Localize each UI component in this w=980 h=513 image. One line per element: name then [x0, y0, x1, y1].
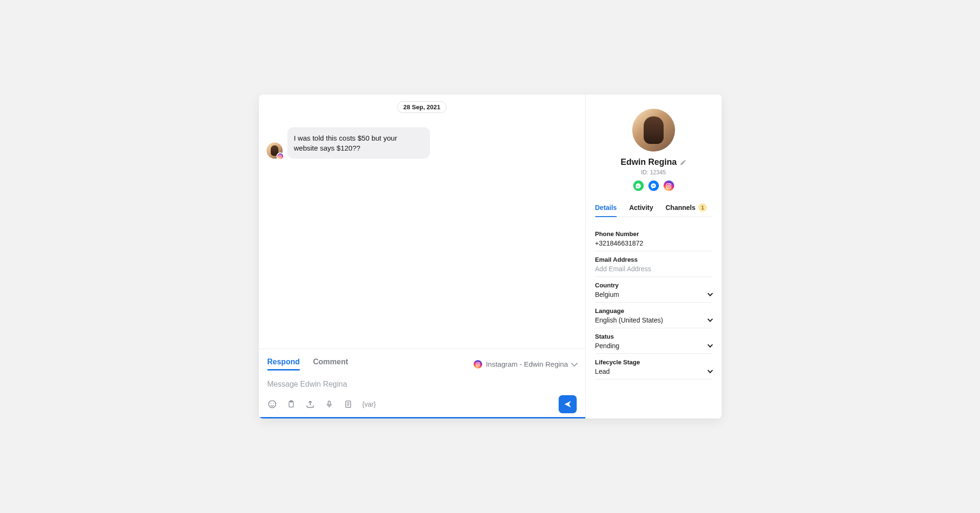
clipboard-icon[interactable] [286, 399, 296, 409]
message-bubble: I was told this costs $50 but your websi… [287, 127, 430, 159]
svg-point-1 [279, 156, 281, 157]
sender-avatar[interactable] [266, 142, 283, 159]
field-lifecycle[interactable]: Lifecycle Stage Lead [595, 354, 712, 380]
message-row: I was told this costs $50 but your websi… [266, 127, 578, 159]
tab-channels-label: Channels [666, 204, 695, 211]
date-separator: 28 Sep, 2021 [397, 101, 447, 113]
profile-tabs: Details Activity Channels 1 [595, 203, 712, 217]
message-input[interactable] [267, 379, 577, 395]
svg-point-15 [670, 184, 670, 184]
field-language[interactable]: Language English (United States) [595, 303, 712, 328]
channel-label: Instagram - Edwin Regina [486, 360, 568, 368]
svg-rect-3 [476, 362, 480, 366]
field-value: +321846631872 [595, 239, 712, 247]
profile-channel-icons [595, 180, 712, 191]
chat-column: 28 Sep, 2021 I was told this costs $50 b… [259, 95, 586, 418]
svg-rect-11 [328, 401, 330, 405]
field-label: Email Address [595, 256, 712, 263]
whatsapp-icon[interactable] [633, 180, 644, 191]
send-button[interactable] [559, 395, 577, 413]
instagram-icon [474, 360, 482, 369]
field-email[interactable]: Email Address Add Email Address [595, 251, 712, 277]
field-phone[interactable]: Phone Number +321846631872 [595, 226, 712, 251]
upload-icon[interactable] [305, 399, 315, 409]
channels-badge: 1 [698, 203, 707, 212]
svg-point-7 [270, 403, 271, 404]
field-value: Lead [595, 368, 610, 375]
channel-selector[interactable]: Instagram - Edwin Regina [474, 360, 577, 369]
composer-accent-bar [259, 417, 585, 418]
chevron-down-icon [707, 368, 713, 373]
chevron-down-icon [707, 316, 713, 322]
svg-point-8 [273, 403, 274, 404]
tab-details[interactable]: Details [595, 203, 617, 217]
profile-name: Edwin Regina [620, 157, 676, 167]
svg-rect-13 [666, 183, 671, 188]
messenger-icon[interactable] [648, 180, 659, 191]
field-label: Phone Number [595, 230, 712, 238]
message-list: 28 Sep, 2021 I was told this costs $50 b… [259, 95, 585, 349]
note-icon[interactable] [343, 399, 353, 409]
edit-icon[interactable] [680, 159, 686, 166]
field-value: Belgium [595, 291, 619, 298]
field-label: Lifecycle Stage [595, 359, 712, 366]
profile-panel: Edwin Regina ID: 12345 Details Activity … [586, 95, 722, 418]
field-label: Language [595, 307, 712, 314]
field-status[interactable]: Status Pending [595, 328, 712, 354]
field-country[interactable]: Country Belgium [595, 277, 712, 303]
field-label: Country [595, 282, 712, 289]
app-window: 28 Sep, 2021 I was told this costs $50 b… [259, 95, 722, 418]
tab-channels[interactable]: Channels 1 [666, 203, 707, 217]
field-label: Status [595, 333, 712, 340]
tab-activity[interactable]: Activity [629, 203, 653, 217]
field-value: Pending [595, 342, 619, 350]
profile-id: ID: 12345 [595, 169, 712, 176]
microphone-icon[interactable] [324, 399, 334, 409]
chevron-down-icon [707, 291, 713, 296]
svg-rect-0 [278, 155, 282, 158]
chevron-down-icon [571, 360, 577, 366]
chevron-down-icon [707, 342, 713, 347]
instagram-icon [276, 152, 284, 160]
svg-point-6 [268, 401, 276, 408]
variable-button[interactable]: {var} [362, 400, 376, 408]
emoji-icon[interactable] [267, 399, 277, 409]
field-value: English (United States) [595, 316, 663, 324]
tab-comment[interactable]: Comment [313, 358, 348, 370]
svg-point-2 [281, 155, 281, 156]
composer-tabs: Respond Comment [267, 358, 348, 370]
tab-respond[interactable]: Respond [267, 358, 300, 370]
svg-point-5 [479, 363, 479, 363]
profile-avatar[interactable] [632, 109, 675, 152]
svg-point-14 [667, 185, 669, 187]
svg-point-4 [477, 363, 478, 365]
field-placeholder: Add Email Address [595, 265, 712, 273]
composer: Respond Comment Instagram - Edwin Regina [259, 349, 585, 418]
instagram-icon[interactable] [664, 180, 674, 191]
